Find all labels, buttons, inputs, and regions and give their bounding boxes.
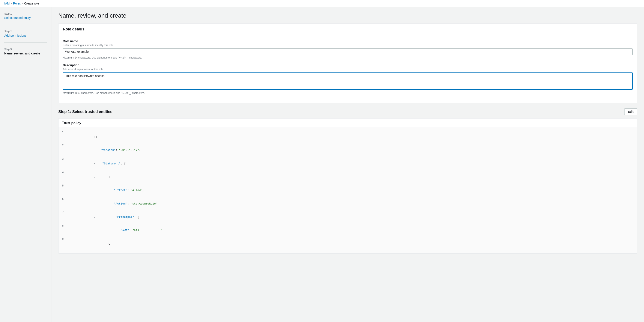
trust-policy-editor: 1 ▾{ 2 "Version": "2012-10-17",: [58, 128, 637, 254]
code-line-7: 7 ▾ "Principal": {: [58, 210, 637, 224]
line-content-2: "Version": "2012-10-17",: [67, 144, 635, 157]
line-num-5: 5: [60, 184, 67, 188]
step-3-label: Step 3: [4, 48, 47, 51]
page-title: Name, review, and create: [58, 12, 637, 19]
code-line-5: 5 "Effect": "Allow",: [58, 184, 637, 197]
sidebar-step-1: Step 1 Select trusted entity: [4, 12, 47, 25]
code-line-8: 8 "AWS": "809: ": [58, 224, 637, 237]
description-textarea[interactable]: This role has list/write access.: [63, 72, 633, 90]
line-content-4: ▾ {: [67, 170, 635, 184]
line-content-5: "Effect": "Allow",: [67, 184, 635, 197]
card-body: Role name Enter a meaningful name to ide…: [58, 35, 637, 103]
role-name-hint: Enter a meaningful name to identify this…: [63, 44, 633, 47]
description-label: Description: [63, 64, 633, 67]
step-2-link[interactable]: Add permissions: [4, 34, 47, 37]
trust-policy-card: Trust policy 1 ▾{ 2: [58, 118, 637, 254]
line-content-7: ▾ "Principal": {: [67, 210, 635, 224]
edit-button[interactable]: Edit: [624, 108, 637, 115]
step-3-active: Name, review, and create: [4, 52, 47, 55]
role-name-input[interactable]: [63, 48, 633, 55]
line-num-4: 4: [60, 170, 67, 174]
step1-section: Step 1: Select trusted entities Edit Tru…: [58, 108, 637, 254]
code-line-6: 6 "Action": "sts:AssumeRole",: [58, 197, 637, 210]
breadcrumb-iam[interactable]: IAM: [4, 2, 10, 5]
code-line-1: 1 ▾{: [58, 130, 637, 144]
collapse-3[interactable]: ▾: [94, 163, 95, 165]
line-content-1: ▾{: [67, 130, 635, 144]
line-num-9: 9: [60, 237, 67, 242]
sidebar-step-3: Step 3 Name, review, and create: [4, 48, 47, 60]
step-1-label: Step 1: [4, 12, 47, 15]
description-constraint: Maximum 1000 characters. Use alphanumeri…: [63, 92, 633, 94]
collapse-4[interactable]: ▾: [94, 176, 95, 178]
line-num-8: 8: [60, 224, 67, 228]
line-content-3: ▾ "Statement": [: [67, 157, 635, 170]
sidebar: Step 1 Select trusted entity Step 2 Add …: [0, 7, 52, 322]
role-name-field: Role name Enter a meaningful name to ide…: [63, 40, 633, 59]
line-num-7: 7: [60, 210, 67, 214]
line-num-2: 2: [60, 144, 67, 148]
collapse-1[interactable]: ▾: [94, 136, 95, 138]
breadcrumb-sep-1: ›: [11, 2, 12, 5]
line-content-8: "AWS": "809: ": [67, 224, 635, 237]
page-wrapper: IAM › Roles › Create role Step 1 Select …: [0, 0, 644, 322]
step-1-link[interactable]: Select trusted entity: [4, 16, 47, 20]
line-num-1: 1: [60, 130, 67, 134]
trust-policy-title: Trust policy: [58, 118, 637, 128]
role-name-label: Role name: [63, 40, 633, 43]
code-line-3: 3 ▾ "Statement": [: [58, 157, 637, 170]
line-num-3: 3: [60, 157, 67, 161]
role-name-constraint: Maximum 64 characters. Use alphanumeric …: [63, 56, 633, 59]
role-details-card: Role details Role name Enter a meaningfu…: [58, 23, 637, 103]
line-content-9: },: [67, 237, 635, 250]
breadcrumb: IAM › Roles › Create role: [0, 0, 644, 7]
code-line-4: 4 ▾ {: [58, 170, 637, 184]
sidebar-step-2: Step 2 Add permissions: [4, 30, 47, 43]
collapse-7[interactable]: ▾: [94, 216, 95, 218]
step-2-label: Step 2: [4, 30, 47, 33]
description-field: Description Add a short explanation for …: [63, 64, 633, 94]
card-header: Role details: [58, 24, 637, 35]
step1-section-title: Step 1: Select trusted entities: [58, 110, 112, 114]
step1-section-header: Step 1: Select trusted entities Edit: [58, 108, 637, 115]
line-content-6: "Action": "sts:AssumeRole",: [67, 197, 635, 210]
description-hint: Add a short explanation for this role.: [63, 68, 633, 71]
code-line-9: 9 },: [58, 237, 637, 250]
breadcrumb-current: Create role: [24, 2, 39, 5]
code-line-2: 2 "Version": "2012-10-17",: [58, 144, 637, 157]
line-num-6: 6: [60, 197, 67, 201]
main-layout: Step 1 Select trusted entity Step 2 Add …: [0, 7, 644, 322]
content-area: Name, review, and create Role details Ro…: [52, 7, 644, 322]
card-title: Role details: [63, 27, 84, 31]
breadcrumb-roles[interactable]: Roles: [13, 2, 21, 5]
breadcrumb-sep-2: ›: [22, 2, 23, 5]
